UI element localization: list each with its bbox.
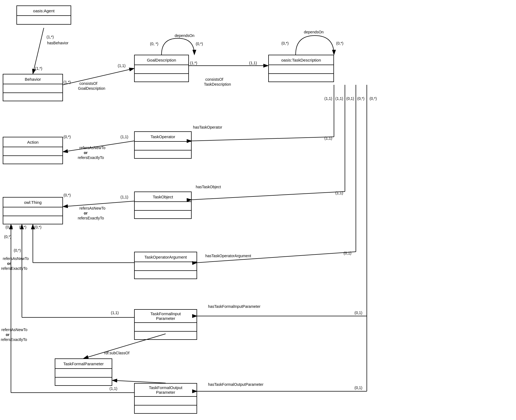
behavior-header: Behavior xyxy=(3,74,62,84)
svg-text:hasTaskOperatorArgument: hasTaskOperatorArgument xyxy=(205,254,251,258)
svg-text:(1,1): (1,1) xyxy=(118,63,126,68)
svg-text:(1,1): (1,1) xyxy=(120,135,128,139)
svg-text:(0,1): (0,1) xyxy=(354,386,362,390)
svg-text:refersExactlyTo: refersExactlyTo xyxy=(78,155,104,160)
svg-text:rdf:subClassOf: rdf:subClassOf xyxy=(104,351,129,355)
svg-text:(0,1): (0,1) xyxy=(346,96,354,101)
task-operator-body2 xyxy=(135,150,191,158)
svg-text:hasTaskFormalInputParameter: hasTaskFormalInputParameter xyxy=(208,304,261,309)
task-object-box: TaskObject xyxy=(134,192,192,219)
svg-text:(0,*): (0,*) xyxy=(19,225,26,229)
svg-text:or: or xyxy=(84,150,88,155)
task-description-body xyxy=(269,65,333,73)
task-formal-input-param-body2 xyxy=(135,331,197,339)
svg-text:(0, *): (0, *) xyxy=(150,42,158,46)
svg-text:refersExactlyTo: refersExactlyTo xyxy=(1,337,27,342)
task-formal-parameter-box: TaskFormalParameter xyxy=(55,358,112,386)
svg-text:(0,*): (0,*) xyxy=(64,135,71,139)
agent-box: oasis:Agent xyxy=(16,5,71,25)
goal-description-body xyxy=(135,65,188,73)
goal-description-body2 xyxy=(135,73,188,82)
task-formal-output-param-body xyxy=(135,397,197,405)
svg-text:(0,1): (0,1) xyxy=(344,251,351,255)
svg-text:(0,*): (0,*) xyxy=(336,41,343,45)
svg-text:(1,1): (1,1) xyxy=(324,96,332,101)
svg-text:or: or xyxy=(84,211,88,215)
svg-text:(0,*): (0,*) xyxy=(357,96,364,101)
task-formal-parameter-header: TaskFormalParameter xyxy=(55,359,112,369)
svg-text:(0,*): (0,*) xyxy=(4,234,11,239)
action-box: Action xyxy=(3,137,63,164)
task-operator-argument-body xyxy=(135,262,197,270)
svg-text:(0,*): (0,*) xyxy=(14,248,21,253)
svg-text:(1,1): (1,1) xyxy=(111,311,119,315)
svg-text:refersAsNewTo: refersAsNewTo xyxy=(79,146,105,150)
diagram-container: oasis:Agent Behavior GoalDescription oas… xyxy=(0,0,516,420)
task-formal-output-param-body2 xyxy=(135,405,197,413)
svg-text:hasBehavior: hasBehavior xyxy=(47,41,68,45)
svg-text:refersExactlyTo: refersExactlyTo xyxy=(1,266,27,271)
svg-text:(0,*): (0,*) xyxy=(5,225,13,229)
svg-text:refersAsNewTo: refersAsNewTo xyxy=(3,256,29,261)
task-formal-input-param-header: TaskFormalInput Parameter xyxy=(135,310,197,323)
diagram-svg: (1,*) hasBehavior (1,*) (1,*) (1,1) cons… xyxy=(0,0,516,420)
agent-header: oasis:Agent xyxy=(17,6,71,16)
svg-text:(1,1): (1,1) xyxy=(335,96,343,101)
svg-text:dependsOn: dependsOn xyxy=(304,30,324,34)
svg-text:(1,1): (1,1) xyxy=(109,386,117,391)
svg-text:hasTaskOperator: hasTaskOperator xyxy=(193,125,222,129)
svg-text:(1,1): (1,1) xyxy=(335,191,343,195)
svg-text:(0,*): (0,*) xyxy=(34,225,41,229)
svg-text:hasTaskFormalOutputParameter: hasTaskFormalOutputParameter xyxy=(208,382,264,387)
task-operator-header: TaskOperator xyxy=(135,132,191,142)
action-body xyxy=(3,147,62,155)
task-description-box: oasis:TaskDescription xyxy=(268,55,334,82)
task-description-body2 xyxy=(269,73,333,82)
svg-text:or: or xyxy=(7,261,11,266)
svg-text:consistsOf: consistsOf xyxy=(79,81,97,86)
behavior-body xyxy=(3,84,62,92)
owl-thing-body2 xyxy=(3,216,62,224)
svg-line-34 xyxy=(192,192,345,200)
task-operator-body xyxy=(135,142,191,150)
svg-text:(0,*): (0,*) xyxy=(370,96,377,101)
svg-line-6 xyxy=(63,68,134,85)
goal-description-box: GoalDescription xyxy=(134,55,189,82)
task-formal-input-param-box: TaskFormalInput Parameter xyxy=(134,309,197,340)
task-object-body2 xyxy=(135,210,191,218)
svg-text:(1,1): (1,1) xyxy=(249,61,257,65)
task-formal-output-param-header: TaskFormalOutput Parameter xyxy=(135,384,197,397)
svg-text:refersAsNewTo: refersAsNewTo xyxy=(1,328,27,332)
svg-text:hasTaskObject: hasTaskObject xyxy=(196,185,221,189)
owl-thing-body xyxy=(3,207,62,216)
svg-text:(1,*): (1,*) xyxy=(190,61,197,65)
svg-text:TaskDescription: TaskDescription xyxy=(204,82,231,86)
svg-text:(1,1): (1,1) xyxy=(324,136,332,140)
svg-line-47 xyxy=(63,141,134,152)
svg-text:(1,*): (1,*) xyxy=(64,80,71,84)
behavior-box: Behavior xyxy=(3,74,63,101)
owl-thing-header: owl:Thing xyxy=(3,198,62,207)
svg-text:(1,*): (1,*) xyxy=(47,35,54,39)
svg-text:(0,*): (0,*) xyxy=(281,41,289,45)
agent-body xyxy=(17,16,71,24)
task-formal-output-param-box: TaskFormalOutput Parameter xyxy=(134,383,197,414)
task-formal-parameter-body2 xyxy=(55,377,112,385)
svg-text:(0,*): (0,*) xyxy=(64,193,71,197)
svg-text:GoalDescription: GoalDescription xyxy=(78,86,105,91)
task-object-body xyxy=(135,202,191,210)
task-operator-box: TaskOperator xyxy=(134,131,192,159)
task-formal-parameter-body xyxy=(55,369,112,377)
svg-line-2 xyxy=(33,28,44,74)
task-operator-argument-body2 xyxy=(135,270,197,279)
task-description-header: oasis:TaskDescription xyxy=(269,55,333,65)
svg-line-37 xyxy=(197,252,356,263)
task-operator-argument-header: TaskOperatorArgument xyxy=(135,252,197,262)
goal-description-header: GoalDescription xyxy=(135,55,188,65)
owl-thing-box: owl:Thing xyxy=(3,197,63,224)
action-body2 xyxy=(3,155,62,164)
task-operator-argument-box: TaskOperatorArgument xyxy=(134,252,197,279)
task-object-header: TaskObject xyxy=(135,192,191,202)
svg-text:refersAsNewTo: refersAsNewTo xyxy=(79,206,105,210)
action-header: Action xyxy=(3,137,62,147)
